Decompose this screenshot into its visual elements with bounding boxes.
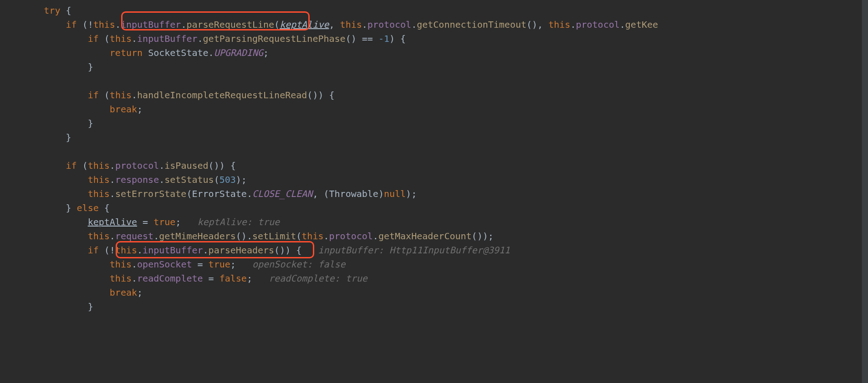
type-socketstate: SocketState (148, 47, 208, 58)
keyword-break: break (110, 287, 137, 298)
method-getMimeHeaders: getMimeHeaders (159, 231, 236, 242)
keyword-break: break (110, 104, 137, 115)
keyword-true: true (209, 259, 230, 270)
number-neg1: -1 (378, 33, 389, 44)
field-protocol: protocol (115, 160, 159, 171)
keyword-this: this (340, 19, 362, 30)
keyword-this: this (110, 259, 132, 270)
keyword-this: this (88, 174, 110, 185)
scrollbar-vertical[interactable] (862, 0, 868, 383)
inlay-openSocket: openSocket: false (252, 259, 346, 270)
keyword-if: if (88, 90, 99, 101)
method-parseHeaders: parseHeaders (209, 245, 275, 256)
keyword-this: this (301, 231, 323, 242)
method-getKee: getKee (625, 19, 658, 30)
field-openSocket: openSocket (137, 259, 192, 270)
keyword-false: false (220, 273, 247, 284)
keyword-true: true (153, 217, 175, 227)
method-parseRequestLine: parseRequestLine (186, 19, 274, 30)
field-inputBuffer: inputBuffer (137, 33, 197, 44)
param-keptAlive: keptAlive (280, 19, 329, 30)
var-keptAlive: keptAlive (88, 217, 137, 227)
method-setLimit: setLimit (252, 231, 296, 242)
keyword-if: if (88, 33, 99, 44)
method-setErrorState: setErrorState (115, 188, 187, 199)
keyword-this: this (88, 160, 110, 171)
method-getMaxHeaderCount: getMaxHeaderCount (378, 231, 472, 242)
keyword-this: this (88, 188, 110, 199)
keyword-null: null (384, 188, 406, 199)
field-inputBuffer: inputBuffer (143, 245, 203, 256)
keyword-if: if (66, 19, 77, 30)
method-isPaused: isPaused (164, 160, 208, 171)
field-protocol: protocol (368, 19, 411, 30)
keyword-this: this (93, 19, 115, 30)
inlay-keptAlive: keptAlive: true (198, 217, 280, 227)
keyword-this: this (110, 273, 132, 284)
method-handleIncompleteRequestLineRead: handleIncompleteRequestLineRead (137, 90, 307, 101)
field-response: response (115, 174, 159, 185)
method-setStatus: setStatus (164, 174, 214, 185)
code-editor[interactable]: try { if (!this.inputBuffer.parseRequest… (0, 0, 868, 383)
field-protocol: protocol (329, 231, 373, 242)
keyword-this: this (110, 90, 132, 101)
method-getParsingRequestLinePhase: getParsingRequestLinePhase (203, 33, 346, 44)
code-block[interactable]: try { if (!this.inputBuffer.parseRequest… (0, 0, 868, 314)
field-readComplete: readComplete (137, 273, 203, 284)
keyword-if: if (88, 245, 99, 256)
keyword-this: this (88, 231, 110, 242)
field-request: request (115, 231, 153, 242)
inlay-inputBuffer: inputBuffer: Http11InputBuffer@3911 (318, 245, 510, 256)
const-upgrading: UPGRADING (214, 47, 263, 58)
keyword-if: if (66, 160, 77, 171)
inlay-readComplete: readComplete: true (269, 273, 368, 284)
keyword-this: this (548, 19, 570, 30)
method-getConnectionTimeout: getConnectionTimeout (417, 19, 526, 30)
type-throwable: Throwable (329, 188, 378, 199)
keyword-else: else (77, 202, 99, 213)
number-503: 503 (220, 174, 236, 185)
keyword-this: this (115, 245, 137, 256)
keyword-return: return (110, 47, 143, 58)
field-inputBuffer: inputBuffer (121, 19, 181, 30)
type-errorstate: ErrorState (192, 188, 246, 199)
keyword-try: try (44, 5, 60, 16)
const-closeclean: CLOSE_CLEAN (252, 188, 312, 199)
keyword-this: this (110, 33, 132, 44)
field-protocol: protocol (576, 19, 619, 30)
